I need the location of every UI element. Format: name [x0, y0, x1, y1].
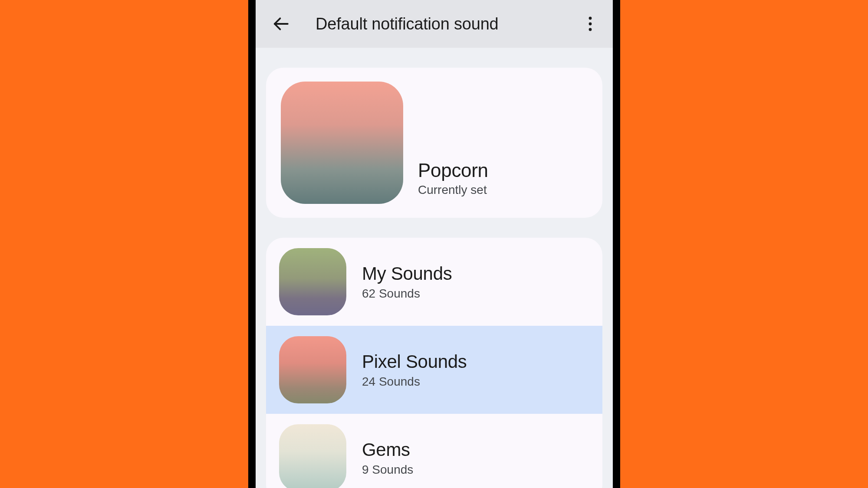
category-thumbnail — [279, 248, 346, 315]
current-sound-text: Popcorn Currently set — [418, 160, 488, 204]
sound-category-list: My Sounds 62 Sounds Pixel Sounds 24 Soun… — [266, 238, 602, 488]
page-title: Default notification sound — [316, 15, 580, 33]
app-bar: Default notification sound — [256, 0, 613, 48]
current-sound-name: Popcorn — [418, 160, 488, 181]
category-text: Gems 9 Sounds — [362, 439, 413, 477]
svg-point-1 — [589, 17, 592, 20]
arrow-left-icon — [273, 16, 289, 32]
back-button[interactable] — [268, 11, 294, 37]
current-sound-card[interactable]: Popcorn Currently set — [266, 68, 602, 218]
category-row-pixel-sounds[interactable]: Pixel Sounds 24 Sounds — [266, 326, 602, 414]
category-count: 24 Sounds — [362, 375, 467, 389]
category-text: Pixel Sounds 24 Sounds — [362, 351, 467, 389]
category-row-gems[interactable]: Gems 9 Sounds — [266, 414, 602, 488]
category-name: Gems — [362, 439, 413, 460]
phone-frame: Default notification sound Popcorn Curre… — [248, 0, 620, 488]
category-name: My Sounds — [362, 263, 452, 284]
screen: Default notification sound Popcorn Curre… — [256, 0, 613, 488]
svg-point-3 — [589, 28, 592, 31]
category-count: 9 Sounds — [362, 463, 413, 477]
more-options-button[interactable] — [580, 11, 601, 37]
category-thumbnail — [279, 424, 346, 488]
category-row-my-sounds[interactable]: My Sounds 62 Sounds — [266, 238, 602, 326]
current-sound-status: Currently set — [418, 183, 488, 197]
current-sound-thumbnail — [281, 82, 403, 204]
category-name: Pixel Sounds — [362, 351, 467, 372]
category-text: My Sounds 62 Sounds — [362, 263, 452, 301]
svg-point-2 — [589, 23, 592, 26]
category-thumbnail — [279, 336, 346, 403]
content: Popcorn Currently set My Sounds 62 Sound… — [256, 48, 613, 488]
more-vertical-icon — [589, 16, 592, 31]
category-count: 62 Sounds — [362, 287, 452, 301]
